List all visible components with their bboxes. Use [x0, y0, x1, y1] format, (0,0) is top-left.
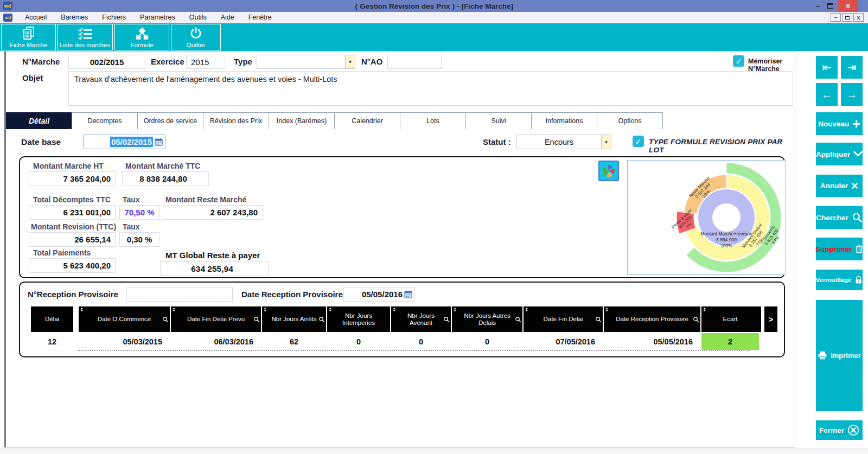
- menu-item-fichiers[interactable]: Fichiers: [95, 12, 133, 23]
- chart-icon-button[interactable]: [598, 161, 619, 181]
- search-icon[interactable]: [253, 316, 260, 323]
- mdi-minimize-button[interactable]: –: [831, 13, 841, 22]
- chercher-button[interactable]: Chercher: [816, 206, 863, 229]
- tab-ordres-de-service[interactable]: Ordres de service: [137, 112, 203, 129]
- column-header-nbr-jours-avenant[interactable]: ↕Nbr Jours Avenant: [391, 306, 451, 332]
- imprimer-button[interactable]: Imprimer: [816, 300, 863, 411]
- statut-combobox[interactable]: Encours ▾: [516, 135, 611, 149]
- table-row[interactable]: 1205/03/201506/03/20166200007/05/201605/…: [31, 333, 760, 350]
- ao-input[interactable]: [387, 55, 442, 69]
- tab-revision-des-prix[interactable]: Révision des Prix: [203, 112, 269, 129]
- chevron-down-icon[interactable]: ▾: [345, 55, 355, 68]
- sort-icon[interactable]: ↕: [172, 306, 176, 314]
- menu-item-accueil[interactable]: Accueil: [18, 12, 54, 23]
- marche-input[interactable]: 002/2015: [68, 55, 145, 69]
- column-header-nbr-jours-intemperies[interactable]: ↕Nbr Jours Intemperies: [327, 306, 390, 332]
- taux1-value[interactable]: 70,50 %: [119, 205, 159, 220]
- exercice-input[interactable]: 2015: [186, 55, 225, 69]
- tab-suivi[interactable]: Suivi: [465, 112, 532, 129]
- search-icon[interactable]: [693, 316, 699, 323]
- tab-index-baremes[interactable]: Index (Barémes): [269, 112, 335, 129]
- restore-icon: [845, 16, 850, 20]
- status-strip: [0, 449, 868, 454]
- tab-detail[interactable]: Détail: [6, 112, 72, 129]
- search-icon[interactable]: [318, 316, 325, 323]
- search-icon[interactable]: [515, 316, 521, 323]
- verrouillage-button[interactable]: Verrouillage: [816, 270, 863, 290]
- nouveau-button[interactable]: Nouveau+: [816, 112, 863, 135]
- fermer-button[interactable]: Fermer: [816, 420, 863, 440]
- nav-first-button[interactable]: ⇤: [816, 56, 838, 79]
- chevron-down-icon[interactable]: ▾: [601, 135, 611, 149]
- tab-decomptes[interactable]: Decomptes: [72, 112, 138, 129]
- table-hscrollbar[interactable]: [78, 350, 750, 351]
- sort-icon[interactable]: ↕: [605, 306, 609, 314]
- menu-item-fenetre[interactable]: Fenêtre: [241, 12, 279, 23]
- search-icon[interactable]: [443, 316, 450, 323]
- sort-icon[interactable]: ↕: [392, 306, 397, 314]
- sort-icon[interactable]: ↕: [80, 306, 84, 314]
- date-base-input[interactable]: 05/02/2015: [83, 135, 165, 149]
- column-header-date-o-commence[interactable]: ↕Date O.Commence: [79, 306, 170, 332]
- mmht-value[interactable]: 7 365 204,00: [29, 171, 116, 186]
- table-cell: 05/03/2015: [79, 333, 170, 350]
- memoriser-checkbox[interactable]: ✓: [733, 55, 744, 67]
- column-header-nbr-jours-arr-ts[interactable]: ↕Nbr Jours Arrêts: [262, 306, 326, 332]
- menu-item-aide[interactable]: Aide: [214, 12, 241, 23]
- mtg-value[interactable]: 634 255,94: [160, 261, 269, 276]
- column-header-date-fin-delai-prevu[interactable]: ↕Date Fin Delai Prevu: [171, 306, 261, 332]
- type-combobox[interactable]: ▾: [257, 55, 355, 69]
- toolbar-quitter-button[interactable]: Quitter: [171, 24, 221, 50]
- sort-icon[interactable]: ↕: [703, 306, 707, 314]
- table-scroll-right-button[interactable]: >: [764, 306, 777, 332]
- sort-icon[interactable]: ↕: [328, 306, 333, 314]
- minimize-button[interactable]: –: [812, 0, 823, 12]
- tab-informations[interactable]: Informations: [531, 112, 597, 129]
- sort-icon[interactable]: ↕: [525, 306, 529, 314]
- column-header-ecart[interactable]: ↕Ecart: [701, 306, 759, 332]
- calendar-icon[interactable]: [155, 138, 163, 146]
- tab-calendrier[interactable]: Calendrier: [334, 112, 400, 129]
- tab-options[interactable]: Options: [597, 112, 663, 129]
- sort-icon[interactable]: ↕: [453, 306, 457, 314]
- close-button[interactable]: ×: [838, 0, 858, 12]
- objet-input[interactable]: Travaux d'achèvement de l'aménagement de…: [68, 71, 793, 106]
- tdttc-value[interactable]: 6 231 001,00: [29, 205, 116, 220]
- mdi-close-button[interactable]: x: [853, 13, 864, 22]
- nav-next-button[interactable]: →: [841, 83, 863, 106]
- nav-last-button[interactable]: ⇥: [841, 56, 863, 79]
- toolbar-button-label: Fiche Marche: [10, 42, 48, 49]
- mrev-value[interactable]: 26 655,14: [29, 232, 116, 247]
- annuler-button[interactable]: Annuler×: [816, 175, 863, 197]
- search-icon[interactable]: [595, 316, 602, 323]
- toolbar-liste-marches-button[interactable]: Liste des marches: [57, 24, 113, 50]
- type-formule-checkbox[interactable]: ✓: [633, 136, 644, 147]
- taux2-value[interactable]: 0,30 %: [119, 232, 159, 247]
- menu-item-baremes[interactable]: Barèmes: [54, 12, 95, 23]
- nav-prev-button[interactable]: ←: [816, 83, 838, 106]
- column-header-d-lai[interactable]: Délai: [31, 306, 73, 332]
- mdi-restore-button[interactable]: [842, 13, 852, 22]
- supprimer-button[interactable]: Supprimer: [816, 238, 863, 260]
- mrm-value[interactable]: 2 607 243,80: [162, 205, 263, 220]
- toolbar-formule-button[interactable]: Formule: [114, 24, 169, 50]
- menu-item-parametres[interactable]: Parametres: [133, 12, 182, 23]
- calendar-icon[interactable]: [404, 290, 412, 298]
- column-header-nbr-jours-autres-delais[interactable]: ↕Nbr Jours Autres Delais: [452, 306, 522, 332]
- tab-lots[interactable]: Lots: [400, 112, 466, 129]
- appliquer-button[interactable]: Appliquer: [816, 143, 863, 165]
- toolbar-fiche-marche-button[interactable]: Fiche Marche: [1, 24, 56, 50]
- reception-num-input[interactable]: [126, 287, 233, 302]
- search-icon[interactable]: [162, 316, 169, 323]
- reception-date-input[interactable]: 05/05/2016: [343, 287, 415, 302]
- column-header-date-reception-provisoire[interactable]: ↕Date Reception Provisoire: [604, 306, 700, 332]
- sort-icon[interactable]: ↕: [263, 306, 267, 314]
- column-header-label: Date Fin Delai: [544, 316, 583, 323]
- mmttc-value[interactable]: 8 838 244,80: [122, 171, 209, 186]
- column-header-date-fin-delai[interactable]: ↕Date Fin Delai: [524, 306, 603, 332]
- window-controls: – ×: [812, 0, 858, 12]
- tp-value[interactable]: 5 623 400,20: [29, 258, 116, 273]
- lock-icon: [854, 276, 863, 284]
- restore-button[interactable]: [827, 3, 833, 9]
- menu-item-outils[interactable]: Outils: [182, 12, 214, 23]
